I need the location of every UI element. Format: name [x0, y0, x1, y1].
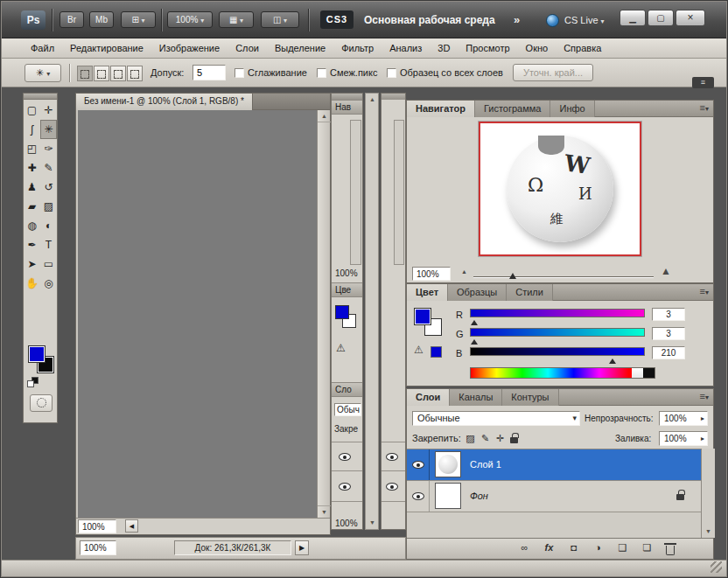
navigator-zoom-slider[interactable] — [473, 268, 654, 284]
guides-layout-dropdown[interactable]: ⊞ ▾ — [121, 11, 156, 28]
navigator-slider-handle[interactable] — [509, 269, 516, 279]
occluded-foreground-swatch[interactable] — [335, 305, 349, 319]
layer-style-fx-icon[interactable]: fx — [542, 542, 556, 553]
document-canvas[interactable] — [78, 110, 317, 518]
layer-name[interactable]: Фон — [470, 481, 488, 512]
tab-styles[interactable]: Стили — [507, 284, 553, 301]
sample-all-layers-checkbox[interactable] — [387, 68, 396, 78]
healing-brush-tool[interactable]: ✚ — [24, 158, 40, 178]
tolerance-input[interactable] — [192, 65, 226, 80]
panel-menu-icon[interactable]: ≡▾ — [700, 102, 709, 113]
contiguous-checkbox[interactable] — [317, 68, 326, 78]
antialias-checkbox[interactable] — [234, 68, 244, 78]
tab-info[interactable]: Инфо — [550, 101, 594, 117]
delete-layer-icon[interactable] — [666, 546, 675, 555]
link-layers-icon[interactable]: ∞ — [517, 542, 532, 553]
clone-stamp-tool[interactable]: ♟ — [24, 178, 40, 197]
channel-g-value[interactable]: 3 — [652, 327, 685, 340]
gradient-tool[interactable]: ▨ — [40, 197, 57, 216]
default-colors-icon[interactable] — [27, 380, 34, 387]
add-to-selection-icon[interactable] — [94, 66, 109, 81]
path-selection-tool[interactable]: ➤ — [24, 254, 40, 274]
panel-foreground-swatch[interactable] — [414, 308, 431, 325]
menu-file[interactable]: Файл — [23, 38, 62, 58]
tools-panel-drag-bar[interactable] — [24, 94, 57, 100]
channel-b-slider[interactable] — [470, 347, 645, 356]
tool-preset-picker[interactable]: ✳ ▾ — [24, 64, 61, 82]
occluded-layer-row[interactable] — [332, 442, 362, 471]
pen-tool[interactable]: ✒ — [24, 235, 40, 254]
channel-b-handle[interactable] — [609, 355, 616, 364]
occluded-color-tab[interactable]: Цве — [332, 282, 362, 297]
add-layer-mask-icon[interactable]: ◘ — [566, 542, 581, 553]
menu-3d[interactable]: 3D — [430, 38, 458, 58]
channel-r-value[interactable]: 3 — [652, 308, 685, 321]
menu-edit[interactable]: Редактирование — [62, 38, 151, 58]
status-menu-arrow-icon[interactable]: ▶ — [295, 540, 309, 555]
rectangular-marquee-tool[interactable]: ▢ — [24, 101, 40, 120]
menu-help[interactable]: Справка — [556, 38, 609, 58]
gamut-color-chip[interactable] — [430, 346, 442, 358]
gamut-warning-icon[interactable]: ⚠ — [414, 344, 424, 356]
adjustment-layer-icon[interactable]: ◑ — [591, 542, 606, 553]
layers-scrollbar[interactable]: ▼ — [701, 449, 715, 538]
tab-histogram[interactable]: Гистограмма — [475, 101, 551, 117]
opacity-field[interactable]: 100% ▸ — [659, 411, 708, 426]
scroll-left-icon[interactable]: ◀ — [125, 519, 138, 533]
status-zoom-field[interactable]: 100% — [80, 540, 116, 555]
hand-tool[interactable]: ✋ — [24, 274, 40, 293]
bridge-button[interactable]: Br — [60, 11, 84, 28]
zoom-out-mountain-icon[interactable]: ▲ — [461, 268, 467, 275]
visibility-cell[interactable] — [407, 449, 430, 480]
menu-window[interactable]: Окно — [518, 38, 556, 58]
zoom-tool[interactable]: ◎ — [40, 274, 57, 293]
panel-drag-bar[interactable] — [382, 94, 405, 100]
crop-tool[interactable]: ◰ — [24, 139, 40, 158]
minimize-button[interactable]: ▁ — [620, 10, 646, 26]
visibility-eye-icon[interactable] — [386, 483, 398, 491]
quick-mask-button[interactable] — [30, 394, 52, 412]
panel-menu-icon[interactable]: ≡▾ — [700, 286, 709, 296]
occluded-layer-row[interactable] — [382, 442, 405, 471]
scroll-down-icon[interactable]: ▼ — [318, 505, 331, 518]
occluded-layer-row[interactable] — [382, 472, 405, 502]
new-group-icon[interactable]: ❑ — [615, 542, 630, 554]
panel-menu-icon[interactable]: ≡▾ — [700, 391, 709, 401]
eraser-tool[interactable]: ▰ — [24, 197, 40, 216]
vertical-scrollbar[interactable]: ▲ ▼ — [317, 110, 330, 518]
occluded-scrollbar[interactable] — [394, 120, 404, 265]
history-brush-tool[interactable]: ↺ — [40, 178, 57, 197]
layer-name[interactable]: Слой 1 — [470, 449, 501, 480]
foreground-color-swatch[interactable] — [28, 345, 46, 363]
maximize-button[interactable]: ▢ — [648, 10, 674, 26]
occluded-scrollbar[interactable]: ▲ ▼ — [365, 93, 379, 530]
subtract-from-selection-icon[interactable] — [110, 66, 126, 81]
spinner-arrow-icon[interactable]: ▸ — [701, 432, 704, 445]
tab-navigator[interactable]: Навигатор — [407, 101, 475, 117]
spinner-arrow-icon[interactable]: ▸ — [701, 412, 704, 425]
occluded-blend-mode[interactable]: Обыч — [334, 403, 361, 416]
layer-row-background[interactable]: Фон — [407, 480, 701, 511]
arrange-documents-dropdown[interactable]: ▦ ▾ — [219, 11, 254, 28]
occluded-layers-tab[interactable]: Сло — [332, 382, 362, 397]
move-tool[interactable]: ✛ — [40, 101, 57, 120]
menu-analysis[interactable]: Анализ — [382, 38, 430, 58]
navigator-zoom-field[interactable]: 100% — [412, 267, 451, 281]
scroll-down-icon[interactable]: ▼ — [366, 517, 379, 529]
magic-wand-tool[interactable]: ✳ — [40, 120, 57, 139]
lock-transparency-icon[interactable]: ▨ — [463, 433, 478, 444]
tab-channels[interactable]: Каналы — [450, 389, 502, 406]
lock-all-icon[interactable] — [510, 437, 518, 443]
lock-position-icon[interactable]: ✛ — [493, 433, 508, 444]
cs-live-dropdown[interactable]: CS Live ▾ — [564, 2, 605, 40]
ramp-white-chip[interactable] — [632, 368, 643, 378]
tab-paths[interactable]: Контуры — [502, 389, 558, 406]
refine-edge-button[interactable]: Уточн. край... — [513, 64, 593, 81]
menu-select[interactable]: Выделение — [267, 38, 333, 58]
tab-layers[interactable]: Слои — [407, 389, 450, 406]
window-titlebar[interactable]: Ps Br Mb ⊞ ▾ 100% ▾ ▦ ▾ ◫ ▾ CS3 Основная… — [2, 2, 726, 38]
document-tab[interactable]: Без имени-1 @ 100% (Слой 1, RGB/8) * — [76, 94, 253, 110]
visibility-eye-icon[interactable] — [412, 461, 424, 469]
collapse-dock-button[interactable]: ≡ — [692, 77, 714, 88]
visibility-cell[interactable] — [407, 481, 430, 512]
